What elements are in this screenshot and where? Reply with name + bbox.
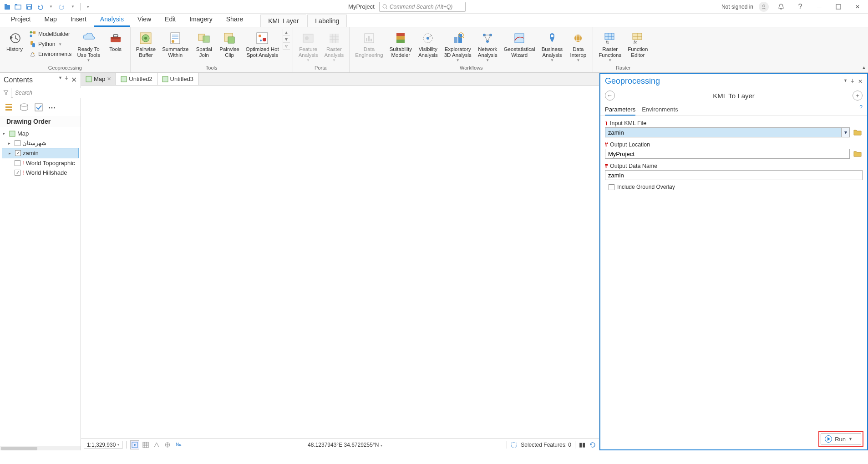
pane-menu-icon[interactable]: ▼ <box>58 76 62 84</box>
list-by-source-icon[interactable] <box>19 102 29 112</box>
run-dropdown-icon[interactable]: ▼ <box>848 437 853 441</box>
pane-pin-icon[interactable] <box>850 78 855 85</box>
gp-add-button[interactable]: ＋ <box>853 91 863 101</box>
ready-to-use-tools-button[interactable]: Ready To Use Tools▼ <box>74 29 102 64</box>
qat-customize-icon[interactable]: ▾ <box>83 2 92 11</box>
tab-insert[interactable]: Insert <box>64 13 93 27</box>
undo-dropdown[interactable]: ▼ <box>46 2 56 11</box>
tab-share[interactable]: Share <box>220 13 249 27</box>
close-icon[interactable]: ✕ <box>851 0 864 14</box>
toc-layer-world-topographic[interactable]: ! World Topographic <box>2 158 79 168</box>
redo-dropdown[interactable]: ▼ <box>68 2 77 11</box>
expander-icon[interactable]: ▸ <box>8 141 13 146</box>
browse-folder-icon[interactable] <box>853 127 863 137</box>
visibility-analysis-button[interactable]: Visibility Analysis <box>416 29 441 60</box>
geostatistical-wizard-button[interactable]: Geostatistical Wizard <box>501 29 538 60</box>
tab-close-icon[interactable]: ✕ <box>107 76 111 82</box>
tab-edit[interactable]: Edit <box>158 13 182 27</box>
network-analysis-button[interactable]: Network Analysis▼ <box>475 29 500 64</box>
raster-functions-button[interactable]: fxRaster Functions▼ <box>596 29 624 64</box>
output-data-name-field[interactable] <box>605 170 863 180</box>
raster-analysis-button[interactable]: Raster Analysis▼ <box>321 29 346 64</box>
toc-map-frame[interactable]: ▾ Map <box>2 129 79 138</box>
tab-imagery[interactable]: Imagery <box>183 13 219 27</box>
list-by-selection-icon[interactable] <box>34 102 44 112</box>
tools-button[interactable]: Tools <box>104 29 127 54</box>
output-location-field[interactable] <box>605 149 850 159</box>
refresh-icon[interactable] <box>589 441 596 449</box>
map-viewport[interactable] <box>81 86 599 439</box>
layer-checkbox[interactable] <box>15 140 20 146</box>
input-kml-file-field[interactable] <box>605 127 842 137</box>
gp-back-button[interactable]: ← <box>605 91 615 101</box>
contents-search-input[interactable] <box>13 88 86 98</box>
gallery-up-icon[interactable]: ▴ <box>283 29 290 36</box>
user-icon[interactable] <box>759 2 769 12</box>
help-icon[interactable]: ? <box>793 0 807 14</box>
pane-close-icon[interactable]: ✕ <box>858 78 863 85</box>
browse-folder-icon[interactable] <box>853 149 863 159</box>
gallery-down-icon[interactable]: ▾ <box>283 36 290 43</box>
view-tab-map[interactable]: Map ✕ <box>81 73 116 85</box>
spatial-join-button[interactable]: Spatial Join <box>192 29 216 60</box>
pairwise-clip-button[interactable]: Pairwise Clip <box>217 29 242 60</box>
toc-more-icon[interactable]: ⋯ <box>48 103 56 112</box>
tab-map[interactable]: Map <box>38 13 63 27</box>
coord-dropdown-icon[interactable]: ▾ <box>381 444 382 448</box>
notifications-icon[interactable] <box>774 0 788 14</box>
hot-spot-button[interactable]: Optimized Hot Spot Analysis <box>243 29 282 60</box>
gp-tab-parameters[interactable]: Parameters <box>605 104 635 116</box>
correction-icon[interactable] <box>163 440 172 449</box>
exploratory-3d-button[interactable]: Exploratory 3D Analysis▼ <box>442 29 474 64</box>
tab-labeling[interactable]: Labeling <box>307 15 347 27</box>
layer-checkbox[interactable] <box>15 150 21 156</box>
function-editor-button[interactable]: fxFunction Editor <box>625 29 650 60</box>
open-project-icon[interactable] <box>14 2 23 11</box>
grid-icon[interactable] <box>141 440 150 449</box>
data-engineering-button[interactable]: Data Engineering <box>352 29 386 60</box>
data-interop-button[interactable]: Data Interop▼ <box>566 29 590 64</box>
pause-drawing-icon[interactable]: ▮▮ <box>579 441 585 448</box>
snapping-icon[interactable] <box>130 440 139 449</box>
save-project-icon[interactable] <box>25 2 34 11</box>
minimize-icon[interactable]: ─ <box>812 0 826 14</box>
business-analysis-button[interactable]: Business Analysis▼ <box>539 29 566 64</box>
layer-checkbox[interactable] <box>15 170 20 176</box>
python-button[interactable]: Python▼ <box>27 39 73 49</box>
history-button[interactable]: History <box>3 29 26 54</box>
input-kml-dropdown[interactable]: ▾ <box>842 127 850 137</box>
toc-layer-shahrestan[interactable]: ▸ شهرستان <box>2 138 79 148</box>
constraint-icon[interactable] <box>152 440 161 449</box>
toc-layer-zamin[interactable]: ▸ zamin <box>2 148 79 158</box>
filter-icon[interactable] <box>3 90 9 96</box>
pane-close-icon[interactable]: ✕ <box>71 76 77 84</box>
toc-layer-world-hillshade[interactable]: ! World Hillshade <box>2 168 79 177</box>
list-by-drawing-order-icon[interactable] <box>5 102 15 112</box>
contents-hscrollbar[interactable] <box>0 446 81 450</box>
layer-checkbox[interactable] <box>15 160 20 166</box>
modelbuilder-button[interactable]: ModelBuilder <box>27 29 73 39</box>
view-tab-untitled2[interactable]: Untitled2 <box>116 73 157 85</box>
environments-button[interactable]: Environments <box>27 49 73 59</box>
redo-icon[interactable] <box>57 2 66 11</box>
maximize-icon[interactable] <box>832 0 845 14</box>
run-button[interactable]: Run ▼ <box>821 434 861 444</box>
pane-pin-icon[interactable] <box>64 76 69 84</box>
inference-icon[interactable]: N▸ <box>174 440 183 449</box>
pane-menu-icon[interactable]: ▼ <box>843 78 848 85</box>
suitability-modeler-button[interactable]: Suitability Modeler <box>387 29 415 60</box>
undo-icon[interactable] <box>36 2 45 11</box>
gp-tab-environments[interactable]: Environments <box>642 104 678 116</box>
expander-icon[interactable]: ▸ <box>9 151 13 156</box>
tab-view[interactable]: View <box>131 13 157 27</box>
pairwise-buffer-button[interactable]: Pairwise Buffer <box>133 29 158 60</box>
tab-analysis[interactable]: Analysis <box>94 13 130 27</box>
scale-selector[interactable]: 1:1,329,930▾ <box>84 441 122 449</box>
view-tab-untitled3[interactable]: Untitled3 <box>157 73 198 85</box>
collapse-ribbon-icon[interactable]: ▴ <box>863 64 865 71</box>
tab-project[interactable]: Project <box>5 13 37 27</box>
new-project-icon[interactable] <box>3 2 12 11</box>
include-ground-overlay-checkbox[interactable] <box>609 184 614 190</box>
gp-help-icon[interactable]: ? <box>859 104 863 116</box>
summarize-within-button[interactable]: Summarize Within <box>159 29 191 60</box>
